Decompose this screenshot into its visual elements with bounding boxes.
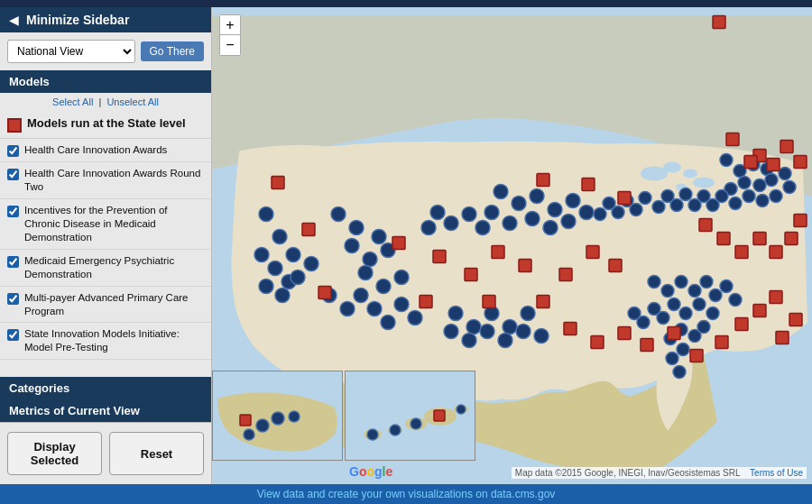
checkbox-state-innovation-label[interactable]: State Innovation Models Initiative: Mode…	[24, 327, 204, 354]
svg-point-107	[677, 344, 689, 356]
svg-rect-152	[776, 332, 789, 344]
bottom-bar: View data and create your own visualizat…	[0, 484, 812, 504]
zoom-out-button[interactable]: −	[220, 35, 240, 55]
svg-rect-142	[591, 336, 604, 349]
svg-rect-120	[537, 296, 549, 308]
list-item: Health Care Innovation Awards	[0, 139, 211, 162]
checkbox-medicaid[interactable]	[7, 256, 19, 268]
svg-point-63	[738, 177, 751, 189]
svg-point-88	[661, 285, 674, 298]
map-zoom-controls: + −	[219, 14, 241, 56]
svg-point-87	[648, 276, 660, 289]
svg-rect-166	[434, 410, 445, 421]
map-attribution: Map data ©2015 Google, INEGI, Inav/Geosi…	[512, 467, 807, 479]
svg-point-46	[430, 206, 445, 220]
svg-point-45	[444, 216, 458, 231]
svg-rect-121	[559, 269, 572, 281]
svg-point-16	[331, 207, 346, 222]
checkbox-medicaid-label[interactable]: Medicaid Emergency Psychiatric Demonstra…	[24, 254, 204, 281]
map-container[interactable]: + −	[212, 7, 812, 484]
terms-of-use-link[interactable]: Terms of Use	[750, 468, 803, 478]
svg-point-97	[668, 298, 680, 311]
checkbox-incentives-label[interactable]: Incentives for the Prevention of Chronic…	[24, 204, 204, 244]
svg-point-43	[475, 221, 490, 235]
map-inset	[212, 371, 475, 461]
svg-point-71	[743, 190, 755, 203]
svg-point-40	[579, 206, 594, 220]
view-dropdown[interactable]: National View State View County View	[7, 40, 135, 63]
svg-rect-123	[609, 260, 622, 272]
svg-rect-114	[420, 296, 432, 308]
cms-link[interactable]: View data and create your own visualizat…	[257, 488, 556, 500]
categories-section-header: Categories	[0, 377, 211, 399]
svg-point-164	[367, 429, 378, 440]
svg-point-28	[367, 302, 382, 316]
checkbox-hcia2[interactable]	[7, 169, 19, 180]
svg-point-2	[663, 162, 681, 173]
svg-point-31	[408, 311, 422, 325]
svg-point-66	[765, 174, 778, 187]
alaska-inset	[212, 371, 343, 461]
select-all-link[interactable]: Select All	[52, 96, 93, 107]
svg-point-26	[340, 302, 355, 316]
checkbox-hcia[interactable]	[7, 145, 19, 157]
svg-point-6	[259, 207, 273, 222]
svg-point-52	[521, 307, 535, 321]
sidebar-footer: Display Selected Reset	[0, 422, 211, 484]
svg-point-13	[291, 270, 305, 285]
svg-rect-113	[392, 237, 405, 250]
checkbox-hcia-label[interactable]: Health Care Innovation Awards	[24, 143, 167, 157]
unselect-all-link[interactable]: Unselect All	[106, 96, 158, 107]
svg-rect-131	[767, 159, 780, 171]
checkbox-multipayer-label[interactable]: Multi-payer Advanced Primary Care Progra…	[24, 291, 204, 318]
sidebar-header[interactable]: ◀ Minimize Sidebar	[0, 7, 211, 32]
svg-point-154	[256, 419, 269, 432]
svg-point-18	[345, 239, 359, 253]
svg-rect-140	[794, 215, 807, 227]
svg-point-23	[376, 279, 391, 294]
svg-rect-119	[483, 296, 495, 308]
svg-point-85	[603, 197, 615, 210]
svg-rect-136	[735, 246, 748, 259]
reset-button[interactable]: Reset	[109, 432, 204, 475]
checkbox-multipayer[interactable]	[7, 293, 19, 305]
svg-point-8	[254, 248, 269, 262]
svg-rect-125	[582, 179, 595, 191]
sidebar: ◀ Minimize Sidebar National View State V…	[0, 7, 212, 484]
svg-rect-143	[618, 327, 631, 340]
state-level-label: Models run at the State level	[27, 116, 186, 132]
svg-rect-149	[753, 305, 766, 317]
svg-rect-110	[272, 177, 284, 189]
svg-point-47	[421, 221, 436, 235]
svg-rect-135	[717, 233, 730, 245]
list-item: Health Care Innovation Awards Round Two	[0, 162, 211, 199]
checkbox-hcia2-label[interactable]: Health Care Innovation Awards Round Two	[24, 167, 204, 194]
svg-point-108	[666, 353, 678, 365]
zoom-in-button[interactable]: +	[220, 15, 240, 35]
svg-point-24	[394, 270, 409, 285]
svg-point-95	[693, 298, 706, 311]
go-there-button[interactable]: Go There	[141, 41, 204, 61]
collapse-sidebar-icon: ◀	[9, 13, 19, 27]
svg-point-34	[530, 189, 544, 204]
hawaii-inset	[345, 371, 475, 461]
svg-point-67	[779, 168, 791, 180]
svg-point-49	[466, 320, 481, 334]
checkbox-incentives[interactable]	[7, 206, 19, 217]
select-links: Select All | Unselect All	[0, 93, 211, 111]
svg-point-72	[729, 197, 742, 210]
svg-point-39	[561, 215, 576, 229]
svg-point-89	[675, 276, 687, 289]
checkbox-state-innovation[interactable]	[7, 329, 19, 341]
svg-point-22	[358, 266, 373, 280]
svg-point-80	[652, 201, 665, 214]
svg-point-94	[729, 294, 742, 307]
svg-rect-150	[770, 291, 782, 304]
svg-rect-116	[465, 269, 477, 281]
state-icon	[7, 118, 22, 133]
display-selected-button[interactable]: Display Selected	[7, 432, 102, 475]
svg-point-69	[770, 190, 782, 203]
svg-point-38	[543, 221, 558, 235]
svg-rect-134	[699, 219, 712, 232]
svg-point-59	[720, 154, 733, 167]
